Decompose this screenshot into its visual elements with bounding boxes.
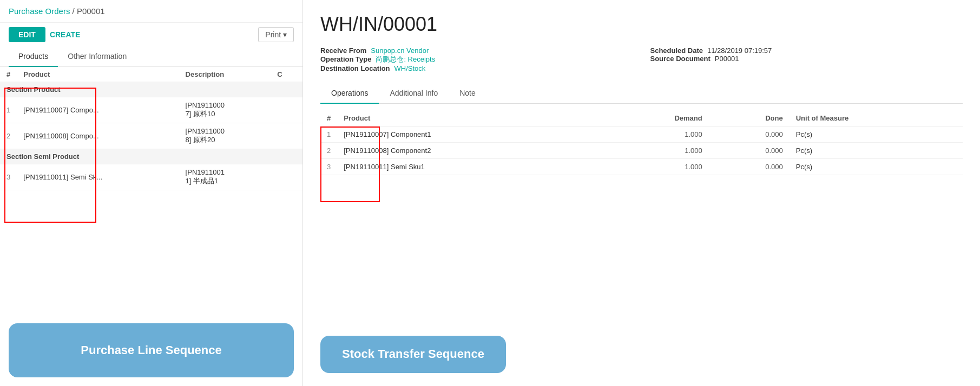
table-row: 1 [PN19110007] Compo... [PN19110007] 原料1… [0,97,302,123]
row-uom: Pc(s) [790,127,963,143]
section-label-semi-product: Section Semi Product [0,149,302,164]
col-c: C [271,67,302,82]
breadcrumb-separator: / [73,6,75,16]
row-num: 1 [0,97,17,123]
col-demand: Demand [601,110,708,127]
col-hash: # [320,110,337,127]
col-product: Product [17,67,179,82]
section-label-product: Section Product [0,82,302,97]
left-tabs-bar: Products Other Information [0,46,302,67]
stock-transfer-sequence-label: Stock Transfer Sequence [342,347,484,362]
left-table-wrapper: # Product Description C Section Product … [0,67,302,190]
section-row-semi-product: Section Semi Product [0,149,302,164]
destination-value: WH/Stock [394,64,426,72]
wh-title: WH/IN/00001 [320,13,963,36]
table-row: 3 [PN19110011] Semi Sku1 1.000 0.000 Pc(… [320,159,963,175]
right-tabs-bar: Operations Additional Info Note [320,83,963,104]
row-product: [PN19110007] Component1 [337,127,601,143]
destination-label: Destination Location [320,64,390,72]
table-row: 2 [PN19110008] Component2 1.000 0.000 Pc… [320,143,963,159]
breadcrumb-current: P00001 [77,6,105,16]
receive-from-label: Receive From [320,46,366,55]
row-num: 3 [0,164,17,190]
row-num: 3 [320,159,337,175]
row-demand: 1.000 [601,127,708,143]
tab-products[interactable]: Products [9,46,58,67]
row-product: [PN19110007] Compo... [17,97,179,123]
transfer-table: # Product Demand Done Unit of Measure 1 … [320,110,963,175]
section-row-product: Section Product [0,82,302,97]
row-done: 0.000 [709,127,790,143]
breadcrumb-parent[interactable]: Purchase Orders [9,6,70,16]
create-button[interactable]: CREATE [50,30,81,39]
row-uom: Pc(s) [790,159,963,175]
stock-transfer-sequence-box: Stock Transfer Sequence [320,336,506,373]
left-panel: Purchase Orders / P00001 EDIT CREATE Pri… [0,0,303,386]
row-num: 2 [320,143,337,159]
destination-row: Destination Location WH/Stock [320,64,633,72]
info-grid: Receive From Sunpop.cn Vendor Operation … [320,46,963,72]
left-action-bar: EDIT CREATE Print ▾ [0,23,302,46]
right-callout-row: Stock Transfer Sequence [320,325,963,373]
col-uom: Unit of Measure [790,110,963,127]
scheduled-date-label: Scheduled Date [650,46,703,55]
table-row: 1 [PN19110007] Component1 1.000 0.000 Pc… [320,127,963,143]
operation-type-value: 尚鹏总仓: Receipts [376,55,435,64]
table-row: 3 [PN19110011] Semi Sk... [PN19110011] 半… [0,164,302,190]
purchase-line-sequence-box: Purchase Line Sequence [9,323,294,377]
row-num: 1 [320,127,337,143]
scheduled-date-value: 11/28/2019 07:19:57 [707,46,772,55]
col-product: Product [337,110,601,127]
purchase-line-sequence-label: Purchase Line Sequence [81,343,221,358]
row-product: [PN19110011] Semi Sku1 [337,159,601,175]
print-button[interactable]: Print ▾ [258,27,294,42]
tab-operations[interactable]: Operations [320,83,379,104]
row-c [271,123,302,149]
breadcrumb: Purchase Orders / P00001 [9,6,105,16]
row-product: [PN19110008] Component2 [337,143,601,159]
edit-button[interactable]: EDIT [9,27,45,42]
receive-from-row: Receive From Sunpop.cn Vendor [320,46,633,55]
row-c [271,164,302,190]
tab-note[interactable]: Note [449,83,486,104]
product-table: # Product Description C Section Product … [0,67,302,190]
source-doc-value: P00001 [715,55,739,63]
operation-type-row: Operation Type 尚鹏总仓: Receipts [320,55,633,64]
scheduled-date-row: Scheduled Date 11/28/2019 07:19:57 [650,46,963,55]
row-num: 2 [0,123,17,149]
product-table-container: # Product Description C Section Product … [0,67,302,315]
col-hash: # [0,67,17,82]
main-container: Purchase Orders / P00001 EDIT CREATE Pri… [0,0,980,386]
row-demand: 1.000 [601,159,708,175]
receive-from-value: Sunpop.cn Vendor [371,46,429,55]
source-doc-row: Source Document P00001 [650,55,963,63]
col-description: Description [179,67,271,82]
source-doc-label: Source Document [650,55,711,63]
row-done: 0.000 [709,143,790,159]
top-bar: Purchase Orders / P00001 [0,0,302,23]
tab-other-information[interactable]: Other Information [58,46,136,67]
operation-type-label: Operation Type [320,55,371,63]
row-product: [PN19110008] Compo... [17,123,179,149]
col-done: Done [709,110,790,127]
info-section-right: Scheduled Date 11/28/2019 07:19:57 Sourc… [650,46,963,72]
right-panel: WH/IN/00001 Receive From Sunpop.cn Vendo… [303,0,980,386]
row-description: [PN19110011] 半成品1 [179,164,271,190]
row-c [271,97,302,123]
row-done: 0.000 [709,159,790,175]
row-product: [PN19110011] Semi Sk... [17,164,179,190]
tab-additional-info[interactable]: Additional Info [379,83,449,104]
row-uom: Pc(s) [790,143,963,159]
row-demand: 1.000 [601,143,708,159]
table-row: 2 [PN19110008] Compo... [PN19110008] 原料2… [0,123,302,149]
left-callout-row: Purchase Line Sequence [0,315,302,386]
info-section-left: Receive From Sunpop.cn Vendor Operation … [320,46,633,72]
row-description: [PN19110007] 原料10 [179,97,271,123]
row-description: [PN19110008] 原料20 [179,123,271,149]
right-table-wrapper: # Product Demand Done Unit of Measure 1 … [320,110,963,175]
